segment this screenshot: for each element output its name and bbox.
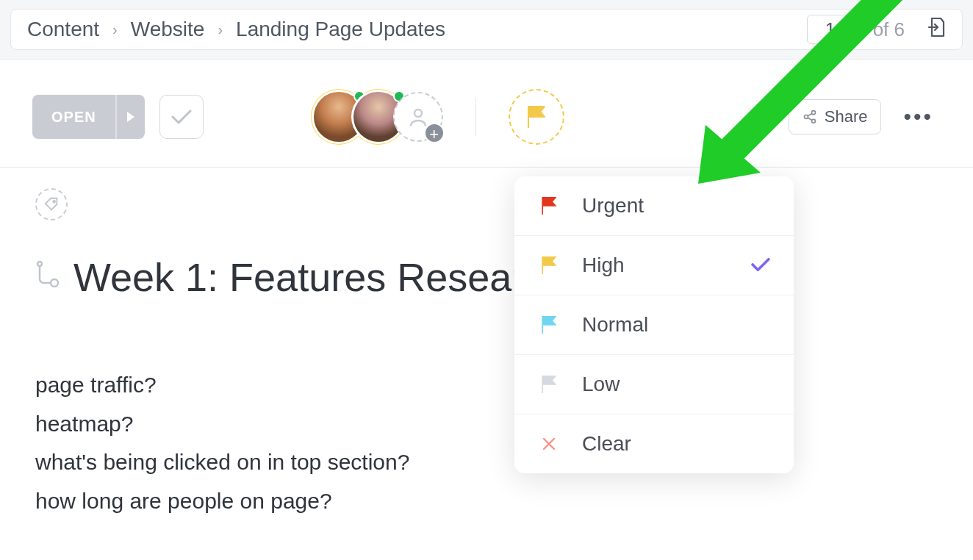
body-line: how long are people on page? (35, 482, 938, 521)
close-icon (538, 437, 560, 451)
plus-icon: + (424, 123, 445, 143)
complete-checkbox[interactable] (159, 95, 204, 139)
share-icon (803, 110, 817, 124)
priority-option-urgent[interactable]: Urgent (514, 176, 794, 236)
check-icon (751, 254, 770, 277)
svg-point-0 (414, 110, 422, 117)
priority-option-normal[interactable]: Normal (514, 295, 794, 355)
priority-label: Urgent (582, 194, 644, 218)
share-button[interactable]: Share (789, 99, 882, 134)
body-line: heatmap? (35, 405, 938, 444)
breadcrumb-item-landing-page-updates[interactable]: Landing Page Updates (236, 18, 445, 41)
flag-icon (538, 374, 560, 395)
body-line: what's being clicked on in top section? (35, 443, 938, 482)
task-description[interactable]: page traffic? heatmap? what's being clic… (35, 366, 938, 520)
flag-icon (538, 255, 560, 276)
chevron-right-icon: › (112, 21, 118, 38)
task-toolbar: OPEN + Share ••• (0, 60, 973, 167)
add-assignee-button[interactable]: + (393, 92, 443, 142)
subtask-icon (35, 261, 60, 293)
svg-point-7 (37, 262, 42, 266)
more-menu-button[interactable]: ••• (896, 104, 941, 129)
add-tag-button[interactable] (35, 188, 68, 220)
chevron-right-icon: › (218, 21, 223, 38)
priority-label: Normal (582, 313, 648, 337)
flag-icon (525, 104, 547, 129)
page-exit-icon[interactable] (927, 16, 946, 43)
svg-point-3 (811, 119, 815, 123)
breadcrumb-bar: Content › Website › Landing Page Updates… (0, 0, 973, 60)
share-label: Share (825, 107, 868, 126)
svg-point-6 (53, 201, 55, 203)
page-total: of 6 (873, 18, 905, 41)
breadcrumb-item-content[interactable]: Content (27, 18, 99, 41)
task-content: Week 1: Features Research page traffic? … (0, 168, 973, 541)
status-label[interactable]: OPEN (32, 95, 115, 139)
priority-option-clear[interactable]: Clear (514, 414, 794, 473)
priority-label: Clear (582, 432, 631, 456)
status-next-icon[interactable] (115, 95, 145, 139)
task-title[interactable]: Week 1: Features Research (73, 254, 567, 300)
svg-point-1 (804, 115, 808, 119)
priority-menu: Urgent High Normal Low Clear (514, 176, 794, 473)
body-line: page traffic? (35, 366, 938, 405)
flag-icon (538, 195, 560, 216)
assignees: + (314, 92, 443, 142)
priority-option-low[interactable]: Low (514, 355, 794, 414)
breadcrumb: Content › Website › Landing Page Updates… (10, 9, 963, 50)
priority-label: Low (582, 373, 620, 396)
divider (475, 98, 476, 136)
status-button[interactable]: OPEN (32, 95, 145, 139)
priority-option-high[interactable]: High (514, 236, 794, 295)
svg-line-4 (808, 113, 812, 115)
priority-button[interactable] (509, 89, 564, 145)
breadcrumb-item-website[interactable]: Website (131, 18, 205, 41)
flag-icon (538, 315, 560, 335)
svg-point-2 (811, 111, 815, 115)
priority-label: High (582, 254, 625, 277)
page-number-input[interactable] (807, 15, 854, 44)
svg-point-8 (51, 279, 58, 287)
svg-line-5 (808, 118, 812, 120)
